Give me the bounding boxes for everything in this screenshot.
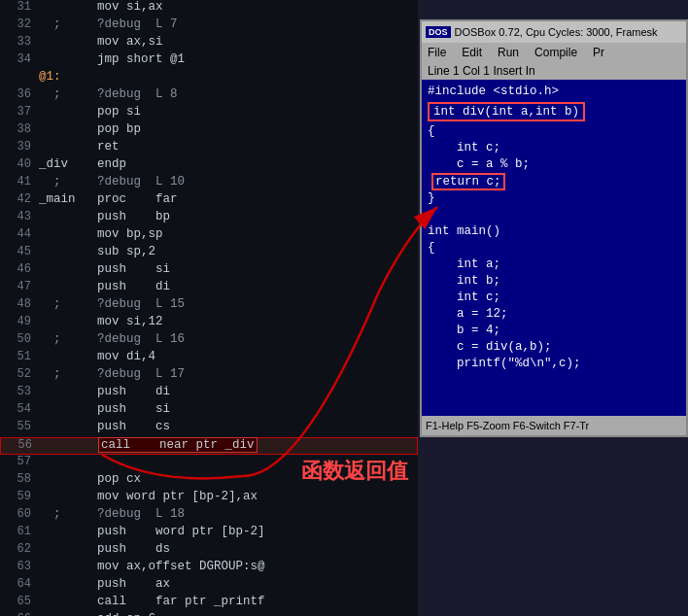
dosbox-status: Line 1 Col 1 Insert In <box>428 64 535 78</box>
code-line-41: 41 ; ?debug L 10 <box>0 175 418 192</box>
main-func: int main() <box>428 223 680 240</box>
opening-brace: { <box>428 123 680 140</box>
code-line-55: 55 push cs <box>0 420 418 437</box>
code-line-32: 32 ; ?debug L 7 <box>0 17 418 35</box>
code-line-33: 33 mov ax,si <box>0 35 418 52</box>
code-line-36: 36 ; ?debug L 8 <box>0 87 418 105</box>
code-c-mod: c = a % b; <box>428 156 680 173</box>
code-line-45: 45 sub sp,2 <box>0 245 418 262</box>
code-line-48: 48 ; ?debug L 15 <box>0 297 418 315</box>
dosbox-menubar: File Edit Run Compile Pr <box>422 43 686 62</box>
code-line-31: 31 mov si,ax <box>0 0 418 17</box>
code-line-label: @1: <box>0 70 418 87</box>
code-line-49: 49 mov si,12 <box>0 315 418 332</box>
code-line-61: 61 push word ptr [bp-2] <box>0 525 418 542</box>
code-line-34: 34 jmp short @1 <box>0 52 418 70</box>
assembly-panel: 31 mov si,ax 32 ; ?debug L 7 33 mov ax,s… <box>0 0 418 616</box>
include-line: #include <stdio.h> <box>428 84 680 100</box>
annotation-label: 函数返回值 <box>301 457 408 486</box>
dosbox-logo: DOS <box>426 26 451 38</box>
code-int-c: int c; <box>428 140 680 156</box>
main-a12: a = 12; <box>428 306 680 323</box>
dosbox-window: DOS DOSBox 0.72, Cpu Cycles: 3000, Frame… <box>420 19 688 437</box>
dosbox-titlebar: DOS DOSBox 0.72, Cpu Cycles: 3000, Frame… <box>422 21 686 43</box>
dosbox-bottom-bar: F1-Help F5-Zoom F6-Switch F7-Tr <box>422 416 686 435</box>
code-line-54: 54 push si <box>0 402 418 420</box>
dosbox-code-area: #include <stdio.h> int div(int a,int b) … <box>422 80 686 376</box>
code-line-62: 62 push ds <box>0 542 418 560</box>
code-line-37: 37 pop si <box>0 105 418 122</box>
func-def-box: int div(int a,int b) <box>428 102 585 121</box>
code-line-43: 43 push bp <box>0 210 418 227</box>
code-line-66: 66 add sp,6 <box>0 612 418 616</box>
menu-run[interactable]: Run <box>498 46 519 59</box>
menu-file[interactable]: File <box>428 46 446 59</box>
closing-brace1: } <box>428 190 680 207</box>
main-b4: b = 4; <box>428 323 680 339</box>
code-line-50: 50 ; ?debug L 16 <box>0 332 418 350</box>
code-line-47: 47 push di <box>0 280 418 297</box>
code-line-40: 40 _div endp <box>0 157 418 175</box>
return-line-container: return c; <box>428 173 680 190</box>
code-line-42: 42 _main proc far <box>0 192 418 210</box>
code-line-46: 46 push si <box>0 262 418 280</box>
code-line-64: 64 push ax <box>0 577 418 595</box>
code-line-56-highlight: 56 call near ptr _div <box>0 437 418 455</box>
code-line-51: 51 mov di,4 <box>0 350 418 367</box>
return-box: return c; <box>431 173 505 190</box>
blank-line <box>428 207 680 223</box>
code-line-65: 65 call far ptr _printf <box>0 595 418 612</box>
code-line-39: 39 ret <box>0 140 418 157</box>
main-int-b: int b; <box>428 273 680 290</box>
main-int-a: int a; <box>428 257 680 273</box>
menu-more[interactable]: Pr <box>593 46 604 59</box>
main-cdiv: c = div(a,b); <box>428 339 680 356</box>
code-line-59: 59 mov word ptr [bp-2],ax <box>0 490 418 507</box>
dosbox-title: DOSBox 0.72, Cpu Cycles: 3000, Framesk <box>455 26 658 38</box>
code-line-63: 63 mov ax,offset DGROUP:s@ <box>0 560 418 577</box>
code-line-53: 53 push di <box>0 385 418 402</box>
opening-brace2: { <box>428 240 680 257</box>
code-line-52: 52 ; ?debug L 17 <box>0 367 418 385</box>
code-line-38: 38 pop bp <box>0 122 418 140</box>
dosbox-keys: F1-Help F5-Zoom F6-Switch F7-Tr <box>426 420 589 431</box>
main-int-c: int c; <box>428 290 680 306</box>
code-line-60: 60 ; ?debug L 18 <box>0 507 418 525</box>
code-line-44: 44 mov bp,sp <box>0 227 418 245</box>
menu-edit[interactable]: Edit <box>462 46 482 59</box>
main-printf: printf("%d\n",c); <box>428 356 680 372</box>
menu-compile[interactable]: Compile <box>534 46 577 59</box>
